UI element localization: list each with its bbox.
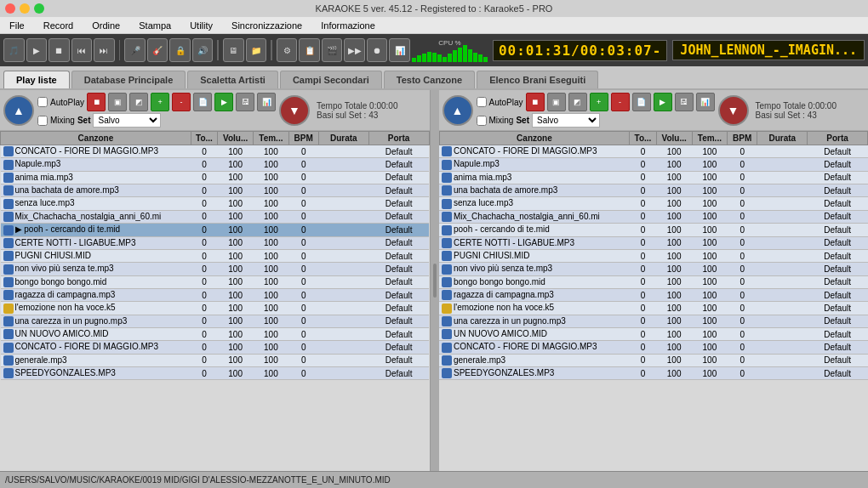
table-row[interactable]: Mix_Chachacha_nostalgia_anni_60.mi 0 100… bbox=[1, 210, 430, 223]
tb-btn-10[interactable]: 🖥 bbox=[223, 38, 244, 62]
tab-1[interactable]: Database Principale bbox=[71, 71, 186, 88]
table-row[interactable]: PUGNI CHIUSI.MID 0 100 100 0 Default bbox=[1, 249, 430, 262]
table-row[interactable]: Napule.mp3 0 100 100 0 Default bbox=[439, 158, 868, 171]
table-row[interactable]: Napule.mp3 0 100 100 0 Default bbox=[1, 158, 430, 171]
ctrl-f-2[interactable]: 🖫 bbox=[675, 93, 694, 111]
table-row[interactable]: UN NUOVO AMICO.MID 0 100 100 0 Default bbox=[1, 328, 430, 341]
pl-up-icon-2[interactable]: ▲ bbox=[443, 95, 473, 126]
table-row[interactable]: senza luce.mp3 0 100 100 0 Default bbox=[1, 197, 430, 210]
table-row[interactable]: CERTE NOTTI - LIGABUE.MP3 0 100 100 0 De… bbox=[1, 236, 430, 249]
pl-table-wrapper-1[interactable]: Canzone To... Volu... Tem... BPM Durata … bbox=[0, 131, 430, 471]
ctrl-b-2[interactable]: ◩ bbox=[568, 93, 587, 111]
table-row[interactable]: l'emozione non ha voce.k5 0 100 100 0 De… bbox=[439, 302, 868, 315]
ctrl-d-1[interactable]: - bbox=[172, 93, 191, 111]
menu-record[interactable]: Record bbox=[41, 20, 76, 31]
tab-5[interactable]: Elenco Brani Eseguiti bbox=[477, 71, 598, 88]
play-btn-2[interactable]: ▶ bbox=[654, 93, 672, 111]
menu-stampa[interactable]: Stampa bbox=[136, 20, 174, 31]
table-row[interactable]: SPEEDYGONZALES.MP3 0 100 100 0 Default bbox=[439, 367, 868, 380]
ctrl-d-2[interactable]: - bbox=[611, 93, 630, 111]
table-row[interactable]: ragazza di campagna.mp3 0 100 100 0 Defa… bbox=[439, 288, 868, 301]
tb-btn-9[interactable]: 🔊 bbox=[192, 38, 214, 62]
ctrl-g-2[interactable]: 📊 bbox=[696, 93, 715, 111]
table-row[interactable]: una bachata de amore.mp3 0 100 100 0 Def… bbox=[439, 184, 868, 197]
table-row[interactable]: una carezza in un pugno.mp3 0 100 100 0 … bbox=[1, 315, 430, 327]
table-row[interactable]: una carezza in un pugno.mp3 0 100 100 0 … bbox=[439, 315, 868, 327]
ctrl-g-1[interactable]: 📊 bbox=[257, 93, 276, 111]
tb-btn-14[interactable]: 🎬 bbox=[322, 38, 343, 62]
table-row[interactable]: generale.mp3 0 100 100 0 Default bbox=[1, 354, 430, 366]
ctrl-c-1[interactable]: + bbox=[151, 93, 169, 111]
ctrl-f-1[interactable]: 🖫 bbox=[236, 93, 254, 111]
tab-4[interactable]: Testo Canzone bbox=[384, 71, 475, 88]
table-row[interactable]: l'emozione non ha voce.k5 0 100 100 0 De… bbox=[1, 302, 430, 315]
pl-down-icon-1[interactable]: ▼ bbox=[279, 95, 310, 126]
tab-0[interactable]: Play liste bbox=[3, 71, 70, 88]
table-row[interactable]: Mix_Chachacha_nostalgia_anni_60.mi 0 100… bbox=[439, 210, 868, 223]
table-row[interactable]: PUGNI CHIUSI.MID 0 100 100 0 Default bbox=[439, 249, 868, 262]
pl-table-wrapper-2[interactable]: Canzone To... Volu... Tem... BPM Durata … bbox=[439, 131, 869, 471]
ctrl-b-1[interactable]: ◩ bbox=[129, 93, 148, 111]
menu-file[interactable]: File bbox=[7, 20, 27, 31]
table-row[interactable]: generale.mp3 0 100 100 0 Default bbox=[439, 354, 868, 366]
table-row[interactable]: non vivo più senza te.mp3 0 100 100 0 De… bbox=[439, 263, 868, 275]
table-row[interactable]: ragazza di campagna.mp3 0 100 100 0 Defa… bbox=[1, 288, 430, 301]
ctrl-c-2[interactable]: + bbox=[590, 93, 608, 111]
table-row[interactable]: anima mia.mp3 0 100 100 0 Default bbox=[439, 171, 868, 184]
ctrl-e-2[interactable]: 📄 bbox=[632, 93, 651, 111]
table-row[interactable]: non vivo più senza te.mp3 0 100 100 0 De… bbox=[1, 263, 430, 275]
tb-btn-11[interactable]: 📁 bbox=[246, 38, 267, 62]
menu-ordine[interactable]: Ordine bbox=[89, 20, 123, 31]
tb-btn-6[interactable]: 🎤 bbox=[124, 38, 146, 62]
menu-utility[interactable]: Utility bbox=[187, 20, 215, 31]
table-row[interactable]: SPEEDYGONZALES.MP3 0 100 100 0 Default bbox=[1, 367, 430, 380]
table-row[interactable]: una bachata de amore.mp3 0 100 100 0 Def… bbox=[1, 184, 430, 197]
stop-btn-2[interactable]: ⏹ bbox=[526, 93, 545, 111]
tab-2[interactable]: Scaletta Artisti bbox=[187, 71, 278, 88]
table-row[interactable]: CONCATO - FIORE DI MAGGIO.MP3 0 100 100 … bbox=[439, 145, 868, 158]
menu-sincronizzazione[interactable]: Sincronizzazione bbox=[229, 20, 305, 31]
tb-btn-2[interactable]: ▶ bbox=[26, 38, 48, 62]
tb-btn-15[interactable]: ▶▶ bbox=[344, 38, 365, 62]
mixing-checkbox-2[interactable] bbox=[477, 116, 487, 126]
ctrl-e-1[interactable]: 📄 bbox=[193, 93, 212, 111]
table-row[interactable]: bongo bongo bongo.mid 0 100 100 0 Defaul… bbox=[1, 275, 430, 288]
autoplay-checkbox-2[interactable] bbox=[477, 97, 487, 107]
close-button[interactable] bbox=[5, 3, 15, 14]
pl-down-icon-2[interactable]: ▼ bbox=[718, 95, 749, 126]
autoplay-checkbox-1[interactable] bbox=[37, 97, 48, 107]
tb-btn-3[interactable]: ⏹ bbox=[49, 38, 70, 62]
table-row[interactable]: CONCATO - FIORE DI MAGGIO.MP3 0 100 100 … bbox=[1, 341, 430, 354]
pl-up-icon-1[interactable]: ▲ bbox=[3, 95, 34, 126]
table-row[interactable]: ▶ pooh - cercando di te.mid 0 100 100 0 … bbox=[1, 224, 430, 236]
menu-informazione[interactable]: Informazione bbox=[318, 20, 378, 31]
mixing-checkbox-1[interactable] bbox=[37, 116, 48, 126]
stop-btn-1[interactable]: ⏹ bbox=[87, 93, 106, 111]
set-select-2[interactable]: Salvo bbox=[532, 113, 600, 128]
table-row[interactable]: CERTE NOTTI - LIGABUE.MP3 0 100 100 0 De… bbox=[439, 236, 868, 249]
tb-btn-17[interactable]: 📊 bbox=[389, 38, 410, 62]
table-row[interactable]: UN NUOVO AMICO.MID 0 100 100 0 Default bbox=[439, 328, 868, 341]
tb-btn-13[interactable]: 📋 bbox=[299, 38, 320, 62]
table-row[interactable]: senza luce.mp3 0 100 100 0 Default bbox=[439, 197, 868, 210]
tb-btn-1[interactable]: 🎵 bbox=[3, 38, 25, 62]
play-btn-1[interactable]: ▶ bbox=[214, 93, 233, 111]
tab-3[interactable]: Campi Secondari bbox=[280, 71, 382, 88]
tb-btn-7[interactable]: 🎸 bbox=[147, 38, 168, 62]
maximize-button[interactable] bbox=[34, 3, 44, 14]
panel-divider[interactable] bbox=[431, 90, 439, 471]
tb-btn-8[interactable]: 🔒 bbox=[169, 38, 191, 62]
table-row[interactable]: anima mia.mp3 0 100 100 0 Default bbox=[1, 171, 430, 184]
ctrl-a-1[interactable]: ▣ bbox=[108, 93, 127, 111]
table-row[interactable]: pooh - cercando di te.mid 0 100 100 0 De… bbox=[439, 224, 868, 236]
ctrl-a-2[interactable]: ▣ bbox=[547, 93, 566, 111]
tb-btn-5[interactable]: ⏭ bbox=[94, 38, 115, 62]
tb-btn-16[interactable]: ⏺ bbox=[367, 38, 388, 62]
minimize-button[interactable] bbox=[20, 3, 30, 14]
table-row[interactable]: CONCATO - FIORE DI MAGGIO.MP3 0 100 100 … bbox=[1, 145, 430, 158]
tb-btn-12[interactable]: ⚙ bbox=[277, 38, 298, 62]
tb-btn-4[interactable]: ⏮ bbox=[71, 38, 93, 62]
table-row[interactable]: CONCATO - FIORE DI MAGGIO.MP3 0 100 100 … bbox=[439, 341, 868, 354]
set-select-1[interactable]: Salvo bbox=[93, 113, 161, 128]
table-row[interactable]: bongo bongo bongo.mid 0 100 100 0 Defaul… bbox=[439, 275, 868, 288]
